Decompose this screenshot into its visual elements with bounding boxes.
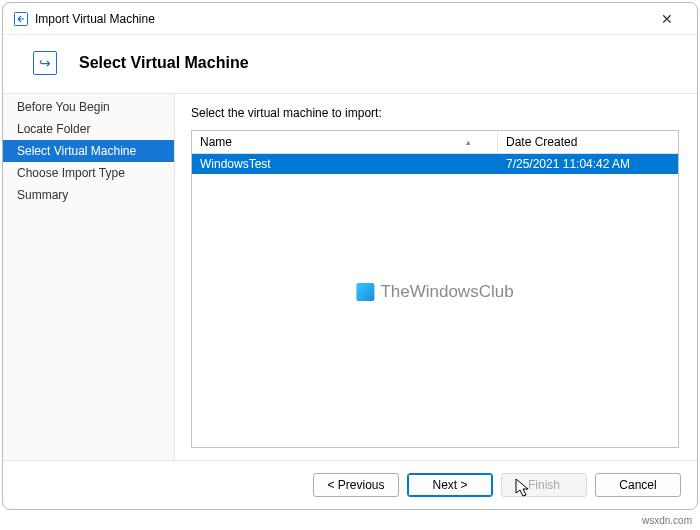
page-title: Select Virtual Machine xyxy=(79,54,249,72)
sidebar-item-label: Choose Import Type xyxy=(17,166,125,180)
page-header: ↪ Select Virtual Machine xyxy=(3,35,697,93)
cell-date-created: 7/25/2021 11:04:42 AM xyxy=(498,154,678,174)
sidebar-item-summary[interactable]: Summary xyxy=(3,184,174,206)
column-label: Name xyxy=(200,135,232,149)
watermark: TheWindowsClub xyxy=(356,282,513,302)
next-button[interactable]: Next > xyxy=(407,473,493,497)
wizard-window: Import Virtual Machine ✕ ↪ Select Virtua… xyxy=(2,2,698,510)
wizard-footer: < Previous Next > Finish Cancel xyxy=(3,460,697,509)
sidebar-item-before-you-begin[interactable]: Before You Begin xyxy=(3,96,174,118)
watermark-text: TheWindowsClub xyxy=(380,282,513,302)
watermark-logo-icon xyxy=(356,283,374,301)
import-icon: ↪ xyxy=(33,51,57,75)
window-title: Import Virtual Machine xyxy=(35,12,647,26)
sidebar-item-choose-import-type[interactable]: Choose Import Type xyxy=(3,162,174,184)
app-icon xyxy=(13,11,29,27)
close-icon: ✕ xyxy=(661,11,673,27)
table-row[interactable]: WindowsTest 7/25/2021 11:04:42 AM xyxy=(192,154,678,174)
titlebar: Import Virtual Machine ✕ xyxy=(3,3,697,35)
finish-button[interactable]: Finish xyxy=(501,473,587,497)
vm-list-grid: Name ▴ Date Created WindowsTest 7/25/202… xyxy=(191,130,679,448)
column-label: Date Created xyxy=(506,135,577,149)
grid-header: Name ▴ Date Created xyxy=(192,131,678,154)
column-header-name[interactable]: Name ▴ xyxy=(192,131,498,153)
wizard-steps-sidebar: Before You Begin Locate Folder Select Vi… xyxy=(3,94,175,460)
sidebar-item-label: Before You Begin xyxy=(17,100,110,114)
sidebar-item-select-virtual-machine[interactable]: Select Virtual Machine xyxy=(3,140,174,162)
column-header-date-created[interactable]: Date Created xyxy=(498,131,678,153)
wizard-body: Before You Begin Locate Folder Select Vi… xyxy=(3,93,697,460)
grid-body: WindowsTest 7/25/2021 11:04:42 AM TheWin… xyxy=(192,154,678,447)
sidebar-item-label: Summary xyxy=(17,188,68,202)
cancel-button[interactable]: Cancel xyxy=(595,473,681,497)
sort-ascending-icon: ▴ xyxy=(466,137,489,147)
attribution-text: wsxdn.com xyxy=(642,515,692,526)
previous-button[interactable]: < Previous xyxy=(313,473,399,497)
cell-vm-name: WindowsTest xyxy=(192,154,498,174)
close-button[interactable]: ✕ xyxy=(647,5,687,33)
sidebar-item-locate-folder[interactable]: Locate Folder xyxy=(3,118,174,140)
instruction-text: Select the virtual machine to import: xyxy=(191,106,679,120)
sidebar-item-label: Locate Folder xyxy=(17,122,90,136)
sidebar-item-label: Select Virtual Machine xyxy=(17,144,136,158)
main-panel: Select the virtual machine to import: Na… xyxy=(175,94,697,460)
